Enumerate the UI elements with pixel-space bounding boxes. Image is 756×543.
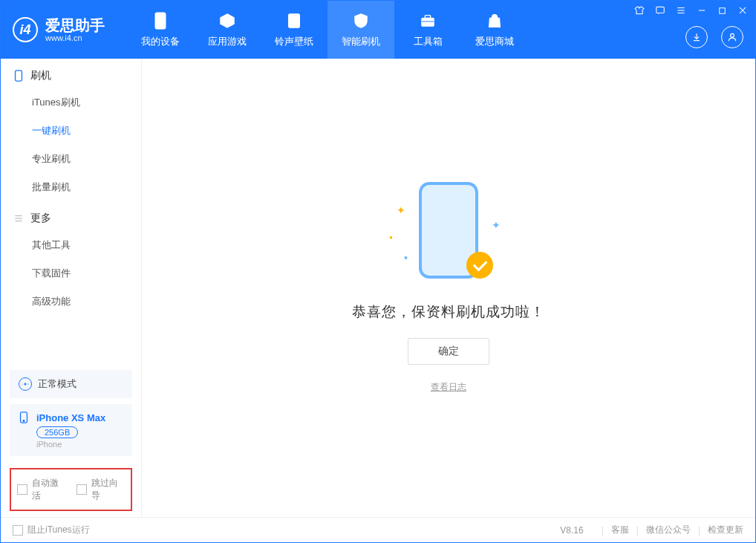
wechat-link[interactable]: 微信公众号 [646, 524, 691, 536]
success-message: 恭喜您，保资料刷机成功啦！ [352, 302, 545, 322]
footer-right: V8.16 | 客服 | 微信公众号 | 检查更新 [560, 524, 743, 536]
device-capacity-badge: 256GB [36, 426, 78, 438]
tab-flash[interactable]: 智能刷机 [328, 1, 394, 59]
tab-my-device[interactable]: 我的设备 [127, 1, 194, 59]
checkbox-icon [76, 484, 87, 495]
phone-small-icon [19, 412, 30, 423]
app-window: i4 爱思助手 www.i4.cn 我的设备 应用游戏 铃声壁纸 智能刷机 [0, 0, 756, 543]
highlighted-options: 自动激活 跳过向导 [10, 468, 132, 511]
app-subtitle: www.i4.cn [45, 33, 105, 42]
tab-label: 铃声壁纸 [275, 35, 313, 48]
section-title: 更多 [30, 212, 51, 225]
sidebar-item-download-fw[interactable]: 下载固件 [1, 259, 141, 287]
mode-icon [19, 377, 32, 391]
cube-icon [218, 11, 237, 30]
checkbox-icon [13, 525, 23, 536]
svg-rect-8 [155, 13, 166, 29]
sparkle-icon: ✦ [397, 204, 405, 216]
tab-apps[interactable]: 应用游戏 [194, 1, 261, 59]
shirt-icon[interactable] [634, 5, 645, 16]
minimize-icon[interactable] [697, 5, 707, 16]
auto-activate-checkbox[interactable]: 自动激活 [17, 477, 66, 502]
view-log-link[interactable]: 查看日志 [431, 381, 466, 394]
tab-label: 我的设备 [141, 35, 180, 48]
download-button[interactable] [685, 26, 708, 48]
svg-rect-0 [656, 7, 665, 13]
check-update-link[interactable]: 检查更新 [708, 524, 743, 536]
svg-point-10 [292, 21, 295, 24]
checkbox-icon [17, 484, 27, 495]
tab-label: 工具箱 [414, 35, 443, 48]
skip-guide-checkbox[interactable]: 跳过向导 [76, 477, 126, 502]
ok-button[interactable]: 确定 [408, 338, 489, 365]
phone-icon [151, 11, 170, 30]
app-title: 爱思助手 [45, 17, 105, 33]
device-type: iPhone [36, 440, 123, 449]
tab-label: 应用游戏 [208, 35, 247, 48]
sidebar-item-pro-flash[interactable]: 专业刷机 [1, 145, 141, 173]
sidebar-item-itunes-flash[interactable]: iTunes刷机 [1, 88, 141, 117]
success-illustration: ✦ ✦ • ● [397, 182, 501, 286]
shield-refresh-icon [351, 11, 371, 30]
sidebar-item-advanced[interactable]: 高级功能 [1, 287, 141, 316]
support-link[interactable]: 客服 [611, 524, 629, 536]
feedback-icon[interactable] [655, 5, 665, 16]
tab-label: 爱思商城 [475, 35, 514, 48]
tab-toolbox[interactable]: 工具箱 [394, 1, 461, 59]
mode-box[interactable]: 正常模式 [10, 370, 132, 398]
list-icon [13, 212, 25, 224]
svg-rect-11 [422, 18, 434, 26]
menu-icon[interactable] [676, 5, 686, 16]
body: 刷机 iTunes刷机 一键刷机 专业刷机 批量刷机 更多 其他工具 下载固件 … [1, 59, 755, 517]
main-content: ✦ ✦ • ● 恭喜您，保资料刷机成功啦！ 确定 查看日志 [142, 59, 755, 517]
device-box[interactable]: iPhone XS Max 256GB iPhone [10, 404, 132, 456]
music-icon [284, 11, 304, 30]
sidebar-item-onekey-flash[interactable]: 一键刷机 [1, 117, 141, 145]
device-icon [13, 70, 25, 82]
check-circle-icon [466, 252, 493, 279]
tab-store[interactable]: 爱思商城 [461, 1, 528, 59]
svg-point-21 [23, 420, 25, 422]
mode-label: 正常模式 [38, 377, 76, 391]
section-title: 刷机 [30, 69, 51, 82]
svg-rect-16 [16, 71, 22, 81]
sparkle-icon: ✦ [492, 219, 501, 231]
sidebar-item-other-tools[interactable]: 其他工具 [1, 231, 141, 259]
sidebar-item-batch-flash[interactable]: 批量刷机 [1, 173, 141, 201]
tab-ringtones[interactable]: 铃声壁纸 [261, 1, 328, 59]
nav-tabs: 我的设备 应用游戏 铃声壁纸 智能刷机 工具箱 爱思商城 [127, 1, 528, 59]
checkbox-label: 阻止iTunes运行 [27, 524, 90, 536]
footer: 阻止iTunes运行 V8.16 | 客服 | 微信公众号 | 检查更新 [1, 517, 755, 542]
svg-point-15 [731, 33, 734, 37]
window-controls [634, 5, 748, 16]
logo-icon: i4 [13, 17, 38, 42]
device-name: iPhone XS Max [36, 412, 105, 423]
header-right [685, 26, 743, 48]
version-label: V8.16 [560, 525, 583, 536]
close-icon[interactable] [737, 5, 748, 16]
svg-rect-12 [425, 16, 430, 19]
checkbox-label: 自动激活 [32, 477, 66, 502]
block-itunes-checkbox[interactable]: 阻止iTunes运行 [13, 524, 90, 536]
sidebar-section-more: 更多 [1, 201, 141, 231]
maximize-icon[interactable] [717, 6, 727, 16]
logo: i4 爱思助手 www.i4.cn [13, 17, 105, 42]
bag-icon [485, 11, 504, 30]
sidebar: 刷机 iTunes刷机 一键刷机 专业刷机 批量刷机 更多 其他工具 下载固件 … [1, 59, 142, 517]
svg-rect-5 [720, 7, 726, 13]
header: i4 爱思助手 www.i4.cn 我的设备 应用游戏 铃声壁纸 智能刷机 [1, 1, 755, 59]
user-button[interactable] [721, 26, 743, 48]
sparkle-icon: • [404, 252, 408, 264]
tab-label: 智能刷机 [342, 35, 380, 48]
toolbox-icon [418, 11, 437, 30]
checkbox-label: 跳过向导 [91, 477, 126, 502]
sidebar-section-flash: 刷机 [1, 59, 141, 88]
sparkle-icon: ● [389, 234, 393, 241]
